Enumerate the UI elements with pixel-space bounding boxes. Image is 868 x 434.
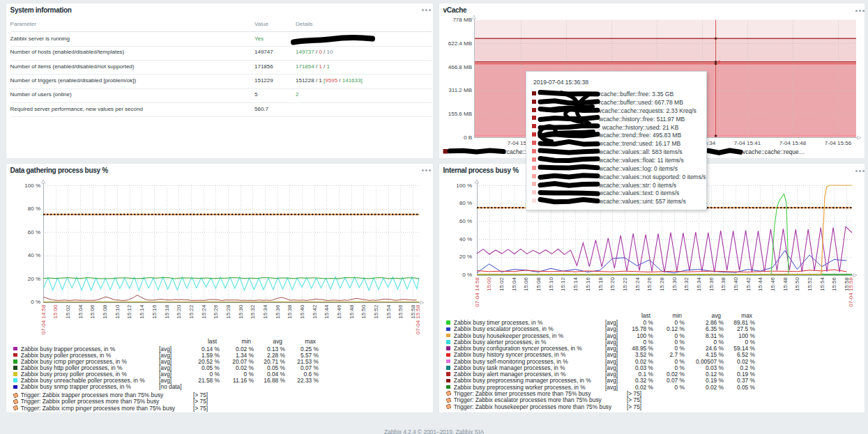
svg-text:15:44: 15:44	[757, 277, 763, 291]
svg-text:15:48: 15:48	[782, 277, 789, 291]
svg-text:15:00: 15:00	[486, 277, 492, 291]
svg-text:15:20: 15:20	[176, 304, 182, 319]
svg-text:15:32: 15:32	[250, 304, 256, 319]
svg-text:15:32: 15:32	[683, 277, 690, 291]
svg-text:15:52: 15:52	[807, 277, 813, 291]
svg-text:15:04: 15:04	[77, 304, 84, 319]
svg-text:15:36: 15:36	[275, 304, 281, 319]
svg-text:80 %: 80 %	[28, 206, 40, 212]
svg-text:15:26: 15:26	[646, 277, 653, 291]
svg-text:15:54: 15:54	[386, 304, 392, 319]
svg-text:0 %: 0 %	[462, 272, 472, 278]
svg-text:07-04 14:58: 07-04 14:58	[474, 277, 480, 307]
svg-text:15:16: 15:16	[151, 304, 158, 319]
svg-text:15:02: 15:02	[65, 304, 71, 319]
svg-text:15:34: 15:34	[696, 277, 702, 291]
svg-text:15:40: 15:40	[733, 277, 739, 291]
svg-text:15:08: 15:08	[535, 277, 542, 291]
svg-text:778 MB: 778 MB	[452, 17, 472, 23]
svg-text:15:50: 15:50	[794, 277, 800, 291]
svg-text:15:46: 15:46	[770, 277, 776, 291]
svg-text:15:14: 15:14	[139, 304, 145, 319]
svg-text:40 %: 40 %	[459, 236, 472, 242]
svg-text:15:24: 15:24	[201, 304, 207, 319]
svg-text:15:22: 15:22	[622, 277, 628, 291]
svg-text:15:00: 15:00	[52, 304, 59, 319]
svg-text:15:20: 15:20	[609, 277, 616, 291]
svg-text:60 %: 60 %	[459, 218, 472, 224]
svg-text:15:30: 15:30	[671, 277, 678, 291]
svg-text:15:28: 15:28	[659, 277, 665, 291]
svg-text:15:50: 15:50	[360, 304, 367, 319]
svg-text:15:38: 15:38	[287, 304, 293, 319]
svg-text:0 B: 0 B	[464, 134, 472, 141]
svg-text:15:12: 15:12	[126, 304, 132, 319]
svg-text:40 %: 40 %	[28, 252, 40, 258]
svg-text:15:56: 15:56	[831, 277, 837, 291]
svg-text:15:02: 15:02	[498, 277, 505, 291]
svg-text:15:22: 15:22	[188, 304, 195, 319]
svg-text:15:18: 15:18	[164, 304, 170, 319]
svg-text:15:08: 15:08	[102, 304, 108, 319]
svg-text:15:10: 15:10	[114, 304, 121, 319]
svg-text:15:56: 15:56	[397, 304, 404, 319]
svg-text:15:18: 15:18	[597, 277, 604, 291]
svg-text:155.6 MB: 155.6 MB	[448, 111, 472, 117]
svg-text:07-04 15:58: 07-04 15:58	[848, 277, 854, 307]
svg-text:7-04 15:56: 7-04 15:56	[825, 140, 852, 146]
svg-text:15:42: 15:42	[312, 304, 318, 319]
svg-text:15:28: 15:28	[225, 304, 231, 319]
svg-text:15:42: 15:42	[745, 277, 752, 291]
svg-text:15:48: 15:48	[349, 304, 355, 319]
svg-text:60 %: 60 %	[28, 229, 40, 235]
svg-text:15:40: 15:40	[299, 304, 305, 319]
svg-text:15:52: 15:52	[373, 304, 379, 319]
svg-text:20 %: 20 %	[459, 254, 472, 260]
svg-text:15:36: 15:36	[708, 277, 715, 291]
svg-text:15:34: 15:34	[262, 304, 268, 319]
svg-text:15:46: 15:46	[336, 304, 342, 319]
svg-text:15:38: 15:38	[720, 277, 726, 291]
svg-text:07-04 14:58: 07-04 14:58	[40, 304, 47, 334]
svg-text:15:54: 15:54	[819, 277, 825, 291]
svg-text:15:26: 15:26	[213, 304, 219, 319]
svg-text:7-04 15:48: 7-04 15:48	[779, 140, 807, 146]
svg-text:15:12: 15:12	[560, 277, 566, 291]
svg-text:622.4 MB: 622.4 MB	[448, 40, 472, 47]
svg-text:15:06: 15:06	[523, 277, 529, 291]
svg-text:7-04 15:41: 7-04 15:41	[734, 140, 761, 146]
svg-text:07-04 15:58: 07-04 15:58	[415, 304, 421, 334]
svg-text:80 %: 80 %	[459, 200, 472, 206]
svg-text:15:16: 15:16	[585, 277, 591, 291]
svg-text:466.8 MB: 466.8 MB	[448, 64, 472, 70]
svg-text:311.2 MB: 311.2 MB	[448, 87, 472, 93]
svg-text:15:44: 15:44	[323, 304, 330, 319]
svg-text:15:06: 15:06	[89, 304, 96, 319]
svg-text:15:10: 15:10	[548, 277, 554, 291]
svg-text:15:24: 15:24	[634, 277, 641, 291]
svg-text:15:30: 15:30	[238, 304, 244, 319]
svg-text:20 %: 20 %	[28, 276, 40, 282]
svg-text:100 %: 100 %	[24, 183, 40, 189]
svg-text:100 %: 100 %	[456, 183, 472, 189]
svg-text:15:14: 15:14	[572, 277, 579, 291]
svg-text:0 %: 0 %	[31, 299, 40, 305]
svg-text:15:04: 15:04	[511, 277, 517, 291]
